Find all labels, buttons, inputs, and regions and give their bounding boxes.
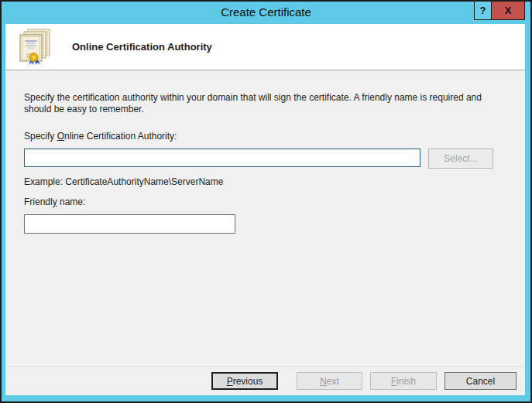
- label-part: name:: [57, 196, 86, 207]
- button-label: ext: [327, 376, 339, 387]
- button-label: inish: [396, 376, 416, 387]
- close-icon: X: [505, 5, 512, 16]
- dialog-body: Specify the certification authority with…: [5, 70, 525, 366]
- friendly-name-label: Friendly name:: [24, 196, 506, 207]
- create-certificate-dialog: Create Certificate ? X: [0, 0, 532, 403]
- label-part: Specify: [24, 131, 57, 142]
- finish-button[interactable]: Finish: [370, 372, 437, 390]
- ca-input-row: Select...: [24, 149, 506, 169]
- label-part: nline Certification Authority:: [64, 131, 177, 142]
- button-accesskey: N: [320, 376, 327, 387]
- caption-buttons: ? X: [474, 2, 525, 20]
- cancel-button[interactable]: Cancel: [444, 372, 517, 390]
- close-button[interactable]: X: [491, 2, 525, 20]
- label-part: Friendl: [24, 196, 53, 207]
- wizard-header: Online Certification Authority: [5, 24, 525, 70]
- help-icon: ?: [480, 5, 486, 16]
- label-accesskey: O: [57, 131, 64, 142]
- certificates-icon: [19, 29, 51, 66]
- titlebar: Create Certificate ? X: [2, 2, 530, 24]
- select-button[interactable]: Select...: [428, 149, 493, 169]
- ca-input[interactable]: [24, 149, 420, 167]
- button-bar: Previous Next Finish Cancel: [5, 366, 525, 395]
- help-button[interactable]: ?: [474, 2, 492, 20]
- dialog-surface: Online Certification Authority Specify t…: [5, 24, 525, 395]
- page-title: Online Certification Authority: [72, 41, 212, 53]
- window-title: Create Certificate: [2, 2, 530, 23]
- button-label: Cancel: [466, 376, 495, 387]
- previous-button[interactable]: Previous: [211, 372, 278, 390]
- friendly-name-input[interactable]: [24, 214, 235, 234]
- next-button[interactable]: Next: [297, 372, 362, 390]
- button-label: revious: [233, 376, 263, 387]
- button-accesskey: P: [227, 376, 233, 387]
- instruction-text: Specify the certification authority with…: [24, 92, 489, 115]
- friendly-input-row: [24, 214, 506, 234]
- example-text: Example: CertificateAuthorityName\Server…: [24, 176, 506, 187]
- ca-field-label: Specify Online Certification Authority:: [24, 131, 506, 142]
